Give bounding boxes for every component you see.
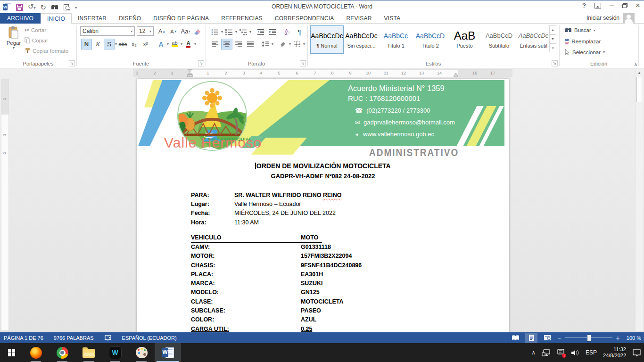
web-layout-button[interactable] [541,333,553,343]
bold-button[interactable]: N [81,39,92,49]
styles-scroll-down-icon[interactable]: ▼ [549,34,556,43]
taskbar-webex[interactable]: W [102,343,128,362]
highlight-button[interactable]: ab [169,39,180,49]
underline-button[interactable]: S [104,39,115,49]
tab-revisar[interactable]: REVISAR [340,13,378,24]
multilevel-list-button[interactable] [238,26,249,37]
borders-button[interactable] [291,39,303,49]
vertical-scrollbar[interactable]: ▲ [635,69,643,331]
taskbar-chrome[interactable] [49,343,75,362]
zoom-level[interactable]: 100 % [627,335,641,341]
horizontal-ruler[interactable]: 3 2 1 1 2 3 4 5 6 7 8 9 10 11 12 13 14 1… [133,69,512,77]
right-indent-marker[interactable] [453,73,459,77]
collapse-ribbon-icon[interactable]: ∧ [634,62,637,67]
notifications-icon[interactable] [632,349,641,356]
minimize-button[interactable]: ─ [610,2,614,9]
align-left-button[interactable] [209,39,221,49]
clipboard-dialog-launcher[interactable]: ↘ [69,60,75,66]
paragraph-dialog-launcher[interactable]: ↘ [300,60,306,66]
find-button[interactable]: Buscar ▾ [565,27,595,33]
text-effects-button[interactable]: A [156,39,166,49]
style-title[interactable]: AaBPuesto [448,25,481,54]
font-name-combobox[interactable]: Calibri▾ [80,26,135,36]
zoom-out-button[interactable]: − [557,334,561,342]
paste-button[interactable]: Pegar ▾ [4,26,24,61]
decrease-indent-button[interactable] [255,26,266,37]
clock[interactable]: 11:32 24/8/2022 [603,346,626,359]
avatar[interactable] [623,13,635,24]
taskbar-paint[interactable] [128,343,155,362]
tab-archivo[interactable]: ARCHIVO [0,13,41,24]
help-button[interactable]: ? [582,2,586,9]
numbering-button[interactable] [223,26,235,37]
vertical-ruler[interactable]: 1 1 2 [1,79,9,331]
paste-dropdown-icon[interactable]: ▾ [4,46,24,50]
zoom-in-button[interactable]: + [616,334,620,342]
read-mode-button[interactable] [509,333,521,343]
show-marks-button[interactable]: ¶ [294,26,305,37]
shading-button[interactable] [277,39,289,49]
underline-dropdown-icon[interactable]: ▾ [115,42,117,46]
indent-markers[interactable] [187,69,193,78]
justify-button[interactable] [245,39,256,49]
ribbon-display-options-button[interactable] [594,3,601,8]
styles-dialog-launcher[interactable]: ↘ [552,60,558,66]
close-button[interactable]: × [636,2,640,9]
speaker-icon[interactable] [571,349,579,356]
tab-insertar[interactable]: INSERTAR [72,13,113,24]
subscript-button[interactable]: x₂ [129,39,140,49]
word-count[interactable]: 9766 PALABRAS [54,335,94,341]
strikethrough-button[interactable]: abc [117,39,128,49]
scrollbar-thumb[interactable] [636,77,642,102]
scroll-up-icon[interactable]: ▲ [636,69,643,76]
font-dialog-launcher[interactable]: ↘ [198,60,204,66]
superscript-button[interactable]: x² [140,39,151,49]
replace-button[interactable]: abac Reemplazar [565,38,601,45]
align-center-button[interactable] [221,39,232,49]
format-painter-button[interactable]: Copiar formato [25,48,68,54]
restore-button[interactable] [622,3,627,8]
styles-scroll-up-icon[interactable]: ▲ [549,25,556,34]
bullets-button[interactable] [209,26,221,37]
action-center-icon[interactable]: ! [557,348,565,357]
zoom-slider-thumb[interactable] [587,335,591,342]
language-indicator[interactable]: ESPAÑOL (ECUADOR) [122,335,177,341]
cut-button[interactable]: ✂ Cortar [25,27,46,33]
network-icon[interactable] [542,349,551,356]
style-subtitle[interactable]: AaBbCcDSubtítulo [482,25,516,54]
tab-diseno-de-pagina[interactable]: DISEÑO DE PÁGINA [147,13,215,24]
change-case-button[interactable]: Aa▾ [180,26,191,37]
tab-referencias[interactable]: REFERENCIAS [215,13,269,24]
style-heading2[interactable]: AaBbCcDTítulo 2 [413,25,447,54]
zoom-slider[interactable] [565,337,612,338]
line-spacing-button[interactable] [260,39,271,49]
page-indicator[interactable]: PÁGINA 1 DE 76 [4,335,43,341]
shrink-font-button[interactable]: A▼ [168,26,179,37]
copy-button[interactable]: Copiar [25,37,48,43]
print-layout-button[interactable] [525,333,537,343]
start-button[interactable] [0,343,23,362]
font-color-button[interactable]: A [183,39,194,49]
grow-font-button[interactable]: A▲ [157,26,167,37]
style-no-spacing[interactable]: AaBbCcDcSin espaci... [345,25,378,54]
taskbar-firefox[interactable] [23,343,49,362]
increase-indent-button[interactable] [267,26,278,37]
tray-chevron-icon[interactable]: ∧ [531,349,536,356]
taskbar-file-explorer[interactable] [75,343,102,362]
input-language[interactable]: ESP [586,349,597,356]
style-subtle-emphasis[interactable]: AaBbCcDcÉnfasis sutil [517,25,550,54]
italic-button[interactable]: K [92,39,103,49]
tab-diseno[interactable]: DISEÑO [113,13,147,24]
tab-correspondencia[interactable]: CORRESPONDENCIA [269,13,340,24]
proofing-status-icon[interactable] [104,335,112,341]
document-page[interactable]: Acuerdo Ministerial N° 1359 RUC : 176812… [137,79,509,332]
tab-inicio[interactable]: INICIO [41,13,72,24]
font-size-combobox[interactable]: 12▾ [137,26,154,36]
style-heading1[interactable]: AaBbCcTítulo 1 [379,25,413,54]
tab-vista[interactable]: VISTA [378,13,407,24]
sign-in-link[interactable]: Iniciar sesión [586,15,619,21]
clear-formatting-button[interactable] [192,26,203,37]
sort-button[interactable]: AZ↓ [282,26,293,37]
styles-gallery-expand-icon[interactable]: ≡ [549,43,556,52]
taskbar-word[interactable]: W [155,343,181,362]
